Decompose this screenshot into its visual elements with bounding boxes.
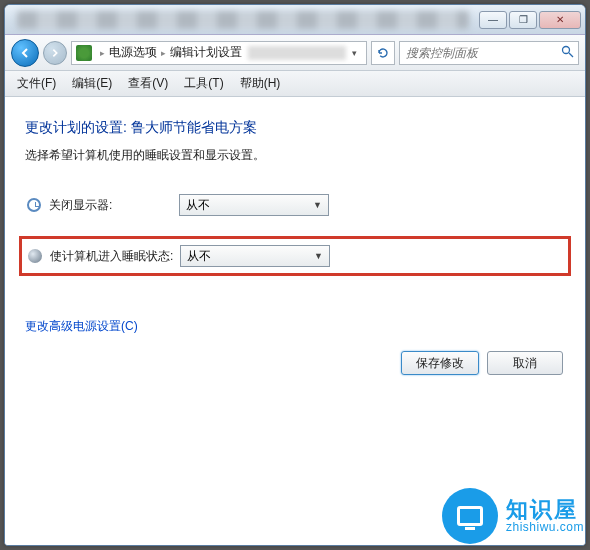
- clock-icon: [25, 196, 43, 214]
- refresh-button[interactable]: [371, 41, 395, 65]
- control-panel-icon: [76, 45, 92, 61]
- svg-point-0: [563, 46, 570, 53]
- chevron-down-icon: ▼: [314, 251, 323, 261]
- maximize-button[interactable]: ❐: [509, 11, 537, 29]
- search-input[interactable]: [404, 45, 561, 61]
- dropdown-value: 从不: [186, 197, 210, 214]
- page-heading: 更改计划的设置: 鲁大师节能省电方案: [25, 119, 565, 137]
- watermark-text: 知识屋 zhishiwu.com: [506, 499, 584, 533]
- menu-bar: 文件(F) 编辑(E) 查看(V) 工具(T) 帮助(H): [5, 71, 585, 97]
- path-blurred: [248, 46, 346, 60]
- menu-edit[interactable]: 编辑(E): [64, 72, 120, 95]
- minimize-button[interactable]: —: [479, 11, 507, 29]
- chevron-icon: ▸: [161, 48, 166, 58]
- breadcrumb-path[interactable]: ▸ 电源选项 ▸ 编辑计划设置 ▾: [71, 41, 367, 65]
- title-text-blurred: [17, 11, 469, 29]
- sleep-label: 使计算机进入睡眠状态:: [50, 248, 180, 265]
- svg-line-1: [569, 53, 573, 57]
- menu-view[interactable]: 查看(V): [120, 72, 176, 95]
- watermark-icon: [442, 488, 498, 544]
- search-icon[interactable]: [561, 45, 574, 61]
- chevron-down-icon: ▼: [313, 200, 322, 210]
- menu-file[interactable]: 文件(F): [9, 72, 64, 95]
- cancel-button[interactable]: 取消: [487, 351, 563, 375]
- advanced-settings-link[interactable]: 更改高级电源设置(C): [25, 318, 138, 335]
- back-button[interactable]: [11, 39, 39, 67]
- menu-tools[interactable]: 工具(T): [176, 72, 231, 95]
- search-box[interactable]: [399, 41, 579, 65]
- sleep-dropdown[interactable]: 从不 ▼: [180, 245, 330, 267]
- window-controls: — ❐ ✕: [477, 11, 581, 29]
- titlebar: — ❐ ✕: [5, 5, 585, 35]
- control-panel-window: — ❐ ✕ ▸ 电源选项 ▸ 编辑计划设置 ▾: [4, 4, 586, 546]
- breadcrumb-item[interactable]: 编辑计划设置: [170, 44, 242, 61]
- row-turn-off-display: 关闭显示器: 从不 ▼: [25, 192, 565, 218]
- display-off-dropdown[interactable]: 从不 ▼: [179, 194, 329, 216]
- action-buttons: 保存修改 取消: [401, 351, 563, 375]
- watermark-logo: 知识屋 zhishiwu.com: [442, 488, 584, 544]
- breadcrumb-item[interactable]: 电源选项: [109, 44, 157, 61]
- row-sleep-highlighted: 使计算机进入睡眠状态: 从不 ▼: [19, 236, 571, 276]
- dropdown-value: 从不: [187, 248, 211, 265]
- page-subtext: 选择希望计算机使用的睡眠设置和显示设置。: [25, 147, 565, 164]
- content-area: 更改计划的设置: 鲁大师节能省电方案 选择希望计算机使用的睡眠设置和显示设置。 …: [5, 97, 585, 545]
- display-off-label: 关闭显示器:: [49, 197, 179, 214]
- forward-button[interactable]: [43, 41, 67, 65]
- address-bar: ▸ 电源选项 ▸ 编辑计划设置 ▾: [5, 35, 585, 71]
- save-button[interactable]: 保存修改: [401, 351, 479, 375]
- moon-icon: [26, 247, 44, 265]
- menu-help[interactable]: 帮助(H): [232, 72, 289, 95]
- chevron-icon: ▸: [100, 48, 105, 58]
- close-button[interactable]: ✕: [539, 11, 581, 29]
- dropdown-icon[interactable]: ▾: [346, 48, 362, 58]
